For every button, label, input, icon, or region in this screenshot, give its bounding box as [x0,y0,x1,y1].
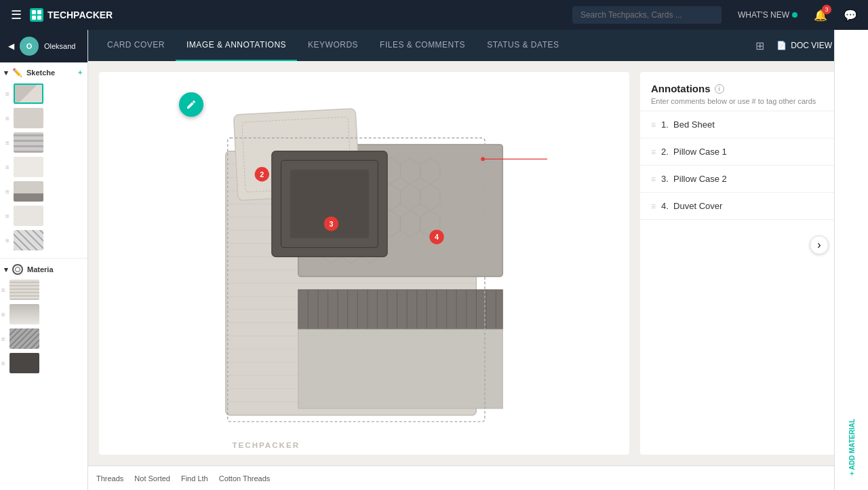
annotations-header: Annotations i Enter comments below or us… [640,72,857,111]
svg-text:2: 2 [260,170,264,178]
list-item[interactable]: ≡ [4,81,83,106]
materials-section: ▾ Materia ≡ ≡ ≡ ≡ [0,259,87,375]
annotation-text-2: 2. Pillow Case 1 [661,147,835,157]
svg-rect-63 [298,329,502,409]
sketch-thumb-4 [14,157,43,177]
right-sidebar: ＋ ADD MATERIAL [834,30,868,490]
tab-files-comments[interactable]: FILES & COMMENTS [369,30,476,61]
tab-image-annotations[interactable]: IMAGE & ANNOTATIONS [176,30,297,61]
tab-keywords[interactable]: KEYWORDS [297,30,369,61]
sketches-label: Sketche [26,69,55,77]
annotation-item-3[interactable]: ≡ 3. Pillow Case 2 ⋮ [640,166,857,193]
chevron-down-icon: ▾ [4,69,8,77]
tab-status-dates[interactable]: STATUS & DATES [476,30,570,61]
drag-handle: ≡ [1,311,5,318]
sketch-thumb-1 [14,83,43,104]
svg-point-71 [481,157,485,161]
list-item[interactable]: ≡ [4,155,83,179]
bedding-illustration: 1 2 3 4 TECHPACKER [181,72,547,455]
app-logo: TECHPACKER [30,8,113,22]
material-thumb-2 [9,304,39,324]
list-item[interactable]: ≡ [4,204,83,228]
list-item[interactable]: ≡ [4,179,83,204]
sketch-thumb-7 [14,230,43,250]
add-sketch-btn[interactable]: ＋ [77,68,83,77]
bottom-find-lth[interactable]: Find Lth [181,474,208,483]
menu-icon[interactable]: ☰ [11,7,22,22]
drag-handle: ≡ [5,115,9,122]
drag-handle: ≡ [651,174,656,184]
image-area: 1 2 3 4 TECHPACKER [88,61,868,466]
notification-badge: 3 [822,5,831,14]
material-thumb-3 [9,328,39,349]
drag-handle: ≡ [5,212,9,220]
drag-handle: ≡ [651,120,656,130]
list-item[interactable]: ≡ [4,130,83,155]
materials-label: Materia [27,265,54,274]
drag-handle: ≡ [651,202,656,211]
list-item[interactable]: ≡ [4,106,83,130]
sketches-header[interactable]: ▾ ✏️ Sketche ＋ [4,68,83,77]
bottom-not-sorted[interactable]: Not Sorted [134,474,170,483]
left-sidebar: ◀ O Oleksand ▾ ✏️ Sketche ＋ ≡ ≡ ≡ [0,30,88,490]
material-thumb-1 [9,280,39,300]
info-icon[interactable]: i [715,84,724,94]
search-input[interactable] [572,6,722,24]
drag-handle: ≡ [651,147,656,157]
main-content: CARD COVER IMAGE & ANNOTATIONS KEYWORDS … [88,30,868,490]
drag-handle: ≡ [1,286,5,294]
sketch-thumb-2 [14,108,43,128]
messages-icon[interactable]: 💬 [844,9,857,22]
sketch-thumb-3 [14,132,43,153]
annotations-title-text: Annotations [651,83,711,94]
main-layout: ◀ O Oleksand ▾ ✏️ Sketche ＋ ≡ ≡ ≡ [0,30,868,490]
whats-new[interactable]: WHAT'S NEW [738,10,797,20]
list-item[interactable]: ≡ [4,228,83,252]
material-thumb-4 [9,353,39,373]
doc-view-button[interactable]: 📄 DOC VIEW [770,38,839,53]
svg-text:3: 3 [329,220,333,228]
tab-card-cover[interactable]: CARD COVER [96,30,176,61]
annotation-item-1[interactable]: ≡ 1. Bed Sheet ⋮ [640,111,857,138]
drag-handle: ≡ [1,335,5,343]
svg-text:4: 4 [435,233,439,241]
topbar: ☰ TECHPACKER WHAT'S NEW 🔔 3 💬 [0,0,868,30]
drag-handle: ≡ [5,188,9,195]
chevron-right-icon: › [817,239,821,251]
expand-panel-button[interactable]: › [810,235,829,255]
annotations-panel: Annotations i Enter comments below or us… [640,72,857,455]
new-indicator [792,12,797,18]
sidebar-username: Oleksand [44,42,75,50]
sketch-thumb-5 [14,181,43,202]
sidebar-collapse-icon[interactable]: ◀ [8,41,14,51]
list-item[interactable]: ≡ [0,302,87,326]
user-avatar: O [20,37,39,56]
drag-handle: ≡ [5,90,9,98]
chevron-down-icon: ▾ [4,265,8,274]
materials-header[interactable]: ▾ Materia [0,259,87,278]
svg-text:TECHPACKER: TECHPACKER [233,440,300,449]
annotation-item-2[interactable]: ≡ 2. Pillow Case 1 ⋮ [640,138,857,166]
list-item[interactable]: ≡ [0,278,87,302]
list-item[interactable]: ≡ [0,351,87,375]
drag-handle: ≡ [5,139,9,147]
annotations-subtitle: Enter comments below or use # to tag oth… [651,97,816,105]
edit-fab-button[interactable] [179,92,203,117]
bottom-cotton-threads[interactable]: Cotton Threads [219,474,271,483]
view-toggle-icon[interactable]: ⊞ [755,39,764,52]
doc-icon: 📄 [776,41,787,50]
list-item[interactable]: ≡ [0,326,87,351]
annotation-text-4: 4. Duvet Cover [661,201,835,211]
material-icon [12,264,23,275]
bottom-threads[interactable]: Threads [96,474,123,483]
canvas-container[interactable]: 1 2 3 4 TECHPACKER [99,72,629,455]
annotation-text-1: 1. Bed Sheet [661,119,835,130]
annotation-item-4[interactable]: ≡ 4. Duvet Cover ⋮ [640,193,857,220]
sketch-thumb-6 [14,206,43,226]
drag-handle: ≡ [1,360,5,367]
svg-rect-42 [298,290,502,329]
notifications-icon[interactable]: 🔔 3 [814,9,827,22]
add-material-btn[interactable]: ＋ ADD MATERIAL [847,419,856,479]
app-name: TECHPACKER [47,10,113,20]
sidebar-user-header: ◀ O Oleksand [0,30,87,62]
